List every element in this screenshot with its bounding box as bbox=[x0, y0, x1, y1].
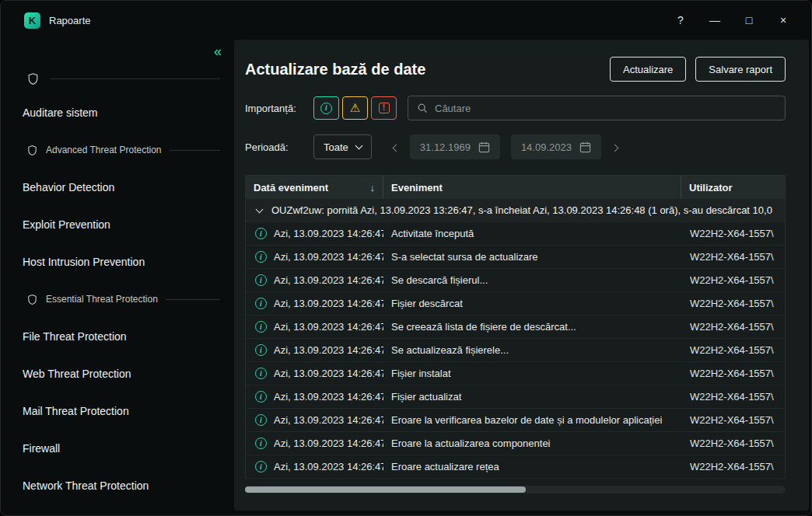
column-header-date[interactable]: Dată eveniment ↓ bbox=[246, 176, 383, 199]
header-buttons: Actualizare Salvare raport bbox=[610, 57, 786, 82]
table-row[interactable]: i Azi, 13.09.2023 14:26:47 Activitate în… bbox=[246, 222, 785, 246]
critical-icon: ! bbox=[379, 103, 390, 113]
app-window: K Rapoarte ? — □ × « bbox=[0, 0, 812, 516]
cell-date: i Azi, 13.09.2023 14:26:47 bbox=[246, 461, 383, 472]
info-icon: i bbox=[255, 438, 267, 449]
info-icon: i bbox=[255, 414, 267, 426]
cell-user: W22H2-X64-1557\ bbox=[681, 344, 785, 356]
info-icon: i bbox=[255, 228, 267, 239]
close-button[interactable]: × bbox=[766, 8, 800, 33]
info-icon: i bbox=[255, 274, 267, 286]
update-button[interactable]: Actualizare bbox=[610, 57, 686, 82]
table-row[interactable]: i Azi, 13.09.2023 14:26:47 Se actualizea… bbox=[246, 339, 785, 362]
table-row[interactable]: i Azi, 13.09.2023 14:26:47 Se creează li… bbox=[246, 316, 785, 339]
group-row[interactable]: OUZwf2uw: pornită Azi, 13.09.2023 13:26:… bbox=[246, 199, 785, 222]
cell-date: i Azi, 13.09.2023 14:26:47 bbox=[246, 344, 383, 356]
importance-critical-toggle[interactable]: ! bbox=[371, 96, 397, 120]
sidebar-item[interactable]: Exploit Prevention bbox=[1, 206, 234, 243]
cell-date: i Azi, 13.09.2023 14:26:47 bbox=[246, 228, 383, 239]
warning-icon: ⚠ bbox=[350, 101, 360, 115]
titlebar-left: K Rapoarte bbox=[24, 12, 90, 29]
sidebar-item-label: Behavior Detection bbox=[23, 181, 114, 194]
cell-user: W22H2-X64-1557\ bbox=[681, 438, 785, 449]
sidebar-item[interactable]: Network Threat Protection bbox=[1, 467, 234, 504]
section-divider bbox=[166, 299, 220, 300]
info-icon: i bbox=[255, 251, 267, 263]
sidebar-item-label: Essential Threat Protection bbox=[46, 294, 158, 305]
chevron-left-icon bbox=[392, 144, 400, 152]
sidebar-item-label: Auditare sistem bbox=[23, 106, 97, 119]
sidebar-collapse-button[interactable]: « bbox=[214, 44, 222, 58]
chevron-right-icon bbox=[611, 144, 619, 152]
period-next-button[interactable] bbox=[607, 137, 622, 158]
event-date: Azi, 13.09.2023 14:26:47 bbox=[274, 251, 383, 263]
sidebar-item[interactable]: File Threat Protection bbox=[1, 318, 234, 355]
events-table: Dată eveniment ↓ Eveniment Utilizator OU… bbox=[245, 175, 786, 479]
search-box[interactable] bbox=[408, 96, 786, 120]
cell-user: W22H2-X64-1557\ bbox=[681, 391, 785, 403]
table-row[interactable]: i Azi, 13.09.2023 14:26:47 Eroare actual… bbox=[246, 455, 785, 479]
maximize-icon: □ bbox=[746, 14, 752, 26]
period-filter-row: Perioadă: Toate 31.12.1969 14.09.2023 bbox=[245, 134, 786, 159]
period-prev-button[interactable] bbox=[389, 137, 404, 158]
sidebar-item[interactable]: Mail Threat Protection bbox=[1, 392, 234, 430]
sidebar-item[interactable]: Host Intrusion Prevention bbox=[1, 243, 234, 281]
sidebar-nav: Auditare sistem Advanced Threat Protecti… bbox=[1, 94, 234, 504]
sidebar-item[interactable]: Firewall bbox=[1, 430, 234, 467]
date-from-button[interactable]: 31.12.1969 bbox=[410, 134, 500, 159]
kaspersky-logo-icon: K bbox=[24, 12, 40, 29]
window-title: Rapoarte bbox=[49, 15, 90, 26]
cell-event: Eroare la verificarea bazelor de date și… bbox=[383, 414, 681, 426]
column-event-label: Eveniment bbox=[391, 182, 443, 194]
sidebar-item[interactable]: Auditare sistem bbox=[1, 94, 234, 131]
app-body: « Auditare sistem bbox=[1, 40, 811, 515]
date-from-value: 31.12.1969 bbox=[420, 141, 471, 153]
section-divider bbox=[170, 150, 220, 151]
column-header-user[interactable]: Utilizator bbox=[681, 176, 785, 199]
table-row[interactable]: i Azi, 13.09.2023 14:26:47 Se descarcă f… bbox=[246, 269, 785, 292]
table-row[interactable]: i Azi, 13.09.2023 14:26:47 Fișier actual… bbox=[246, 385, 785, 409]
group-row-label: OUZwf2uw: pornită Azi, 13.09.2023 13:26:… bbox=[271, 204, 772, 216]
period-dropdown[interactable]: Toate bbox=[313, 134, 372, 159]
importance-toggle-group: i ⚠ ! bbox=[313, 96, 397, 120]
cell-event: Fișier actualizat bbox=[383, 391, 681, 403]
table-row[interactable]: i Azi, 13.09.2023 14:26:47 Fișier descăr… bbox=[246, 292, 785, 316]
chevron-down-icon bbox=[256, 205, 264, 213]
calendar-icon bbox=[478, 141, 490, 153]
table-row[interactable]: i Azi, 13.09.2023 14:26:47 Eroare la act… bbox=[246, 432, 785, 455]
close-icon: × bbox=[780, 14, 786, 26]
maximize-button[interactable]: □ bbox=[732, 8, 766, 33]
date-to-value: 14.09.2023 bbox=[521, 141, 572, 153]
minimize-button[interactable]: — bbox=[698, 8, 732, 33]
column-header-event[interactable]: Eveniment bbox=[383, 176, 681, 199]
sidebar-item[interactable]: Web Threat Protection bbox=[1, 355, 234, 392]
event-date: Azi, 13.09.2023 14:26:47 bbox=[274, 321, 383, 333]
help-button[interactable]: ? bbox=[663, 8, 698, 33]
info-icon: i bbox=[320, 103, 332, 114]
importance-warning-toggle[interactable]: ⚠ bbox=[342, 96, 368, 120]
importance-info-toggle[interactable]: i bbox=[313, 96, 339, 120]
period-label: Perioadă: bbox=[245, 141, 313, 153]
cell-date: i Azi, 13.09.2023 14:26:47 bbox=[246, 438, 383, 449]
column-date-label: Dată eveniment bbox=[254, 182, 328, 194]
table-row[interactable]: i Azi, 13.09.2023 14:26:47 Eroare la ver… bbox=[246, 409, 785, 432]
date-to-button[interactable]: 14.09.2023 bbox=[511, 134, 601, 159]
horizontal-scrollbar[interactable] bbox=[245, 486, 786, 493]
cell-event: Se descarcă fișierul... bbox=[383, 274, 681, 286]
event-date: Azi, 13.09.2023 14:26:47 bbox=[274, 438, 383, 449]
save-report-button[interactable]: Salvare raport bbox=[695, 57, 786, 82]
table-row[interactable]: i Azi, 13.09.2023 14:26:47 Fișier instal… bbox=[246, 362, 785, 385]
shield-icon bbox=[26, 294, 38, 305]
cell-event: Se creează lista de fișiere de descărcat… bbox=[383, 321, 681, 333]
table-row[interactable]: i Azi, 13.09.2023 14:26:47 S-a selectat … bbox=[246, 246, 785, 269]
cell-event: S-a selectat sursa de actualizare bbox=[383, 251, 681, 263]
window-controls: ? — □ × bbox=[663, 8, 800, 33]
event-date: Azi, 13.09.2023 14:26:47 bbox=[274, 461, 383, 472]
event-date: Azi, 13.09.2023 14:26:47 bbox=[274, 414, 383, 426]
column-user-label: Utilizator bbox=[689, 182, 733, 194]
sidebar-item[interactable]: Behavior Detection bbox=[1, 169, 234, 206]
shield-icon bbox=[26, 145, 38, 156]
scrollbar-thumb[interactable] bbox=[245, 486, 526, 493]
search-input[interactable] bbox=[435, 103, 776, 114]
info-icon: i bbox=[255, 321, 267, 333]
